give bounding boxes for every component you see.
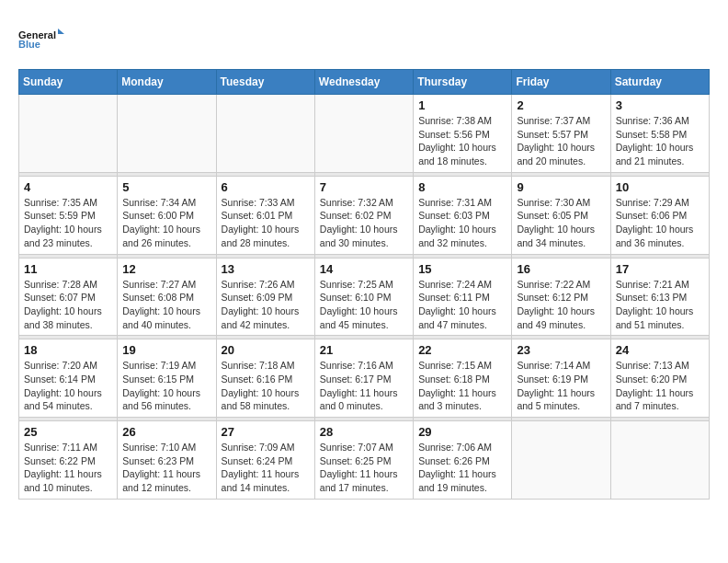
day-number: 8	[418, 180, 506, 194]
day-info: Sunrise: 7:28 AMSunset: 6:07 PMDaylight:…	[24, 278, 112, 332]
day-info: Sunrise: 7:18 AMSunset: 6:16 PMDaylight:…	[222, 359, 310, 413]
calendar-day: 16Sunrise: 7:22 AMSunset: 6:12 PMDayligh…	[512, 258, 610, 336]
calendar-week-1: 1Sunrise: 7:38 AMSunset: 5:56 PMDaylight…	[19, 95, 710, 173]
day-info: Sunrise: 7:34 AMSunset: 6:00 PMDaylight:…	[122, 196, 210, 250]
calendar-day: 12Sunrise: 7:27 AMSunset: 6:08 PMDayligh…	[118, 258, 216, 336]
calendar-day: 11Sunrise: 7:28 AMSunset: 6:07 PMDayligh…	[19, 258, 118, 336]
calendar-day: 4Sunrise: 7:35 AMSunset: 5:59 PMDaylight…	[19, 176, 118, 254]
calendar-day: 18Sunrise: 7:20 AMSunset: 6:14 PMDayligh…	[19, 339, 118, 418]
calendar-header-friday: Friday	[512, 70, 610, 95]
day-number: 28	[320, 425, 408, 439]
day-number: 10	[616, 180, 704, 194]
day-number: 18	[24, 343, 112, 357]
day-info: Sunrise: 7:37 AMSunset: 5:57 PMDaylight:…	[517, 114, 605, 168]
calendar-day: 2Sunrise: 7:37 AMSunset: 5:57 PMDaylight…	[512, 95, 610, 173]
day-number: 25	[24, 425, 112, 439]
day-info: Sunrise: 7:36 AMSunset: 5:58 PMDaylight:…	[616, 114, 704, 168]
calendar-day: 24Sunrise: 7:13 AMSunset: 6:20 PMDayligh…	[610, 339, 709, 418]
page-header: General Blue	[18, 18, 710, 60]
day-number: 9	[517, 180, 605, 194]
calendar-day: 1Sunrise: 7:38 AMSunset: 5:56 PMDaylight…	[414, 95, 512, 173]
calendar-day	[216, 95, 314, 173]
day-number: 29	[418, 425, 506, 439]
day-info: Sunrise: 7:31 AMSunset: 6:03 PMDaylight:…	[418, 196, 506, 250]
calendar-day: 9Sunrise: 7:30 AMSunset: 6:05 PMDaylight…	[512, 176, 610, 254]
day-number: 27	[222, 425, 310, 439]
day-number: 7	[320, 180, 408, 194]
day-number: 2	[517, 98, 605, 112]
calendar-day: 19Sunrise: 7:19 AMSunset: 6:15 PMDayligh…	[118, 339, 216, 418]
day-info: Sunrise: 7:19 AMSunset: 6:15 PMDaylight:…	[122, 359, 210, 413]
calendar-day: 8Sunrise: 7:31 AMSunset: 6:03 PMDaylight…	[414, 176, 512, 254]
calendar-header-monday: Monday	[118, 70, 216, 95]
day-info: Sunrise: 7:27 AMSunset: 6:08 PMDaylight:…	[122, 278, 210, 332]
day-number: 22	[418, 343, 506, 357]
day-info: Sunrise: 7:25 AMSunset: 6:10 PMDaylight:…	[320, 278, 408, 332]
day-info: Sunrise: 7:30 AMSunset: 6:05 PMDaylight:…	[517, 196, 605, 250]
calendar-day: 10Sunrise: 7:29 AMSunset: 6:06 PMDayligh…	[610, 176, 709, 254]
day-number: 6	[222, 180, 310, 194]
day-number: 24	[616, 343, 704, 357]
day-number: 14	[320, 262, 408, 276]
day-info: Sunrise: 7:09 AMSunset: 6:24 PMDaylight:…	[222, 441, 310, 495]
calendar-day	[118, 95, 216, 173]
calendar-day: 3Sunrise: 7:36 AMSunset: 5:58 PMDaylight…	[610, 95, 709, 173]
calendar-day: 5Sunrise: 7:34 AMSunset: 6:00 PMDaylight…	[118, 176, 216, 254]
day-info: Sunrise: 7:24 AMSunset: 6:11 PMDaylight:…	[418, 278, 506, 332]
calendar-day: 17Sunrise: 7:21 AMSunset: 6:13 PMDayligh…	[610, 258, 709, 336]
calendar-day: 27Sunrise: 7:09 AMSunset: 6:24 PMDayligh…	[216, 421, 314, 500]
calendar-week-5: 25Sunrise: 7:11 AMSunset: 6:22 PMDayligh…	[19, 421, 710, 500]
day-info: Sunrise: 7:32 AMSunset: 6:02 PMDaylight:…	[320, 196, 408, 250]
day-number: 19	[122, 343, 210, 357]
day-number: 12	[122, 262, 210, 276]
calendar-day: 22Sunrise: 7:15 AMSunset: 6:18 PMDayligh…	[414, 339, 512, 418]
day-info: Sunrise: 7:11 AMSunset: 6:22 PMDaylight:…	[24, 441, 112, 495]
calendar-day: 7Sunrise: 7:32 AMSunset: 6:02 PMDaylight…	[314, 176, 413, 254]
day-number: 15	[418, 262, 506, 276]
calendar-day: 23Sunrise: 7:14 AMSunset: 6:19 PMDayligh…	[512, 339, 610, 418]
day-number: 13	[222, 262, 310, 276]
calendar-table: SundayMondayTuesdayWednesdayThursdayFrid…	[18, 69, 710, 500]
day-number: 17	[616, 262, 704, 276]
calendar-day	[314, 95, 413, 173]
calendar-day: 13Sunrise: 7:26 AMSunset: 6:09 PMDayligh…	[216, 258, 314, 336]
day-info: Sunrise: 7:06 AMSunset: 6:26 PMDaylight:…	[418, 441, 506, 495]
svg-text:Blue: Blue	[18, 39, 40, 50]
day-info: Sunrise: 7:35 AMSunset: 5:59 PMDaylight:…	[24, 196, 112, 250]
day-info: Sunrise: 7:22 AMSunset: 6:12 PMDaylight:…	[517, 278, 605, 332]
svg-marker-2	[58, 29, 64, 34]
day-number: 4	[24, 180, 112, 194]
day-info: Sunrise: 7:20 AMSunset: 6:14 PMDaylight:…	[24, 359, 112, 413]
day-info: Sunrise: 7:07 AMSunset: 6:25 PMDaylight:…	[320, 441, 408, 495]
day-info: Sunrise: 7:16 AMSunset: 6:17 PMDaylight:…	[320, 359, 408, 413]
day-info: Sunrise: 7:38 AMSunset: 5:56 PMDaylight:…	[418, 114, 506, 168]
calendar-day: 15Sunrise: 7:24 AMSunset: 6:11 PMDayligh…	[414, 258, 512, 336]
calendar-header-sunday: Sunday	[19, 70, 118, 95]
day-info: Sunrise: 7:10 AMSunset: 6:23 PMDaylight:…	[122, 441, 210, 495]
logo: General Blue	[18, 18, 69, 60]
calendar-week-4: 18Sunrise: 7:20 AMSunset: 6:14 PMDayligh…	[19, 339, 710, 418]
calendar-day	[512, 421, 610, 500]
day-info: Sunrise: 7:21 AMSunset: 6:13 PMDaylight:…	[616, 278, 704, 332]
calendar-day: 26Sunrise: 7:10 AMSunset: 6:23 PMDayligh…	[118, 421, 216, 500]
calendar-header-wednesday: Wednesday	[314, 70, 413, 95]
calendar-header-tuesday: Tuesday	[216, 70, 314, 95]
day-info: Sunrise: 7:29 AMSunset: 6:06 PMDaylight:…	[616, 196, 704, 250]
day-info: Sunrise: 7:26 AMSunset: 6:09 PMDaylight:…	[222, 278, 310, 332]
day-info: Sunrise: 7:15 AMSunset: 6:18 PMDaylight:…	[418, 359, 506, 413]
day-number: 16	[517, 262, 605, 276]
calendar-week-3: 11Sunrise: 7:28 AMSunset: 6:07 PMDayligh…	[19, 258, 710, 336]
day-info: Sunrise: 7:14 AMSunset: 6:19 PMDaylight:…	[517, 359, 605, 413]
calendar-day: 20Sunrise: 7:18 AMSunset: 6:16 PMDayligh…	[216, 339, 314, 418]
day-info: Sunrise: 7:33 AMSunset: 6:01 PMDaylight:…	[222, 196, 310, 250]
logo-svg: General Blue	[18, 18, 69, 60]
calendar-day: 6Sunrise: 7:33 AMSunset: 6:01 PMDaylight…	[216, 176, 314, 254]
day-number: 20	[222, 343, 310, 357]
calendar-header-saturday: Saturday	[610, 70, 709, 95]
calendar-week-2: 4Sunrise: 7:35 AMSunset: 5:59 PMDaylight…	[19, 176, 710, 254]
calendar-day: 28Sunrise: 7:07 AMSunset: 6:25 PMDayligh…	[314, 421, 413, 500]
day-number: 5	[122, 180, 210, 194]
day-number: 21	[320, 343, 408, 357]
day-number: 26	[122, 425, 210, 439]
calendar-day: 21Sunrise: 7:16 AMSunset: 6:17 PMDayligh…	[314, 339, 413, 418]
